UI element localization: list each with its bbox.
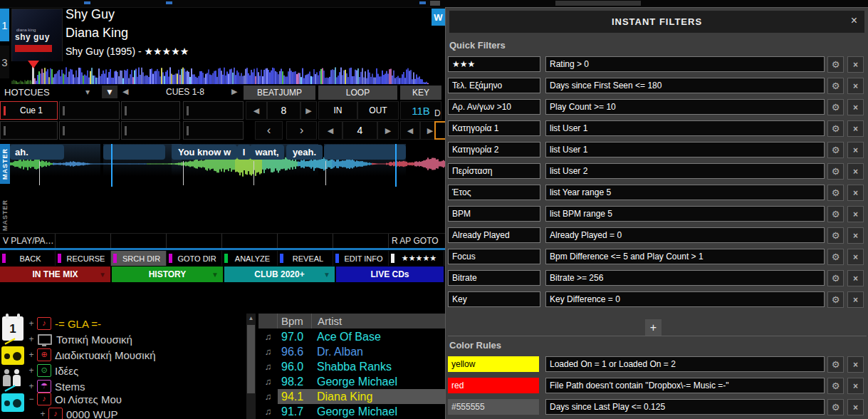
radio-cyan-icon[interactable] — [1, 393, 24, 412]
beatjump-next-button[interactable]: › — [286, 121, 317, 140]
filter-name-input[interactable]: Έτος — [448, 185, 540, 200]
expander-icon[interactable]: + — [27, 350, 36, 360]
filter-name-input[interactable]: Τελ. Εξάμηνο — [448, 78, 540, 93]
expander-icon[interactable]: + — [27, 319, 36, 329]
column-bpm[interactable]: Bpm — [278, 314, 312, 329]
browser-button-edit-info[interactable]: EDIT INFO — [333, 251, 389, 266]
beatjump-back-icon[interactable]: ◀ — [246, 101, 267, 120]
hotcue-1-button[interactable]: Cue 1 — [0, 101, 58, 120]
key-down-icon[interactable]: ◀ — [400, 121, 420, 140]
column-icon[interactable] — [258, 314, 278, 329]
calendar-icon[interactable]: 1 — [2, 316, 23, 341]
filter-rule-input[interactable]: Bpm Difference <= 5 and Play Count > 1 — [545, 249, 825, 264]
filter-gear-button[interactable]: ⚙ — [827, 99, 844, 115]
deck-number-idle[interactable]: 3 — [0, 46, 9, 78]
track-row-2[interactable]: ♫96.0Shabba Ranks — [258, 359, 445, 374]
color-rule-remove-button[interactable]: × — [847, 356, 864, 373]
hotcue-2-button[interactable] — [59, 101, 120, 120]
tab-dropdown-icon[interactable]: ▼ — [99, 271, 106, 279]
color-rule-gear-button[interactable]: ⚙ — [827, 356, 844, 373]
color-select[interactable]: red▾ — [448, 378, 539, 393]
hotcue-4-button[interactable] — [183, 101, 244, 120]
loop-size-value[interactable]: 4 — [343, 121, 377, 140]
filter-gear-button[interactable]: ⚙ — [827, 227, 844, 244]
browser-button-recurse[interactable]: RECURSE — [56, 251, 111, 266]
filter-remove-button[interactable]: × — [847, 185, 864, 201]
filter-rule-input[interactable]: list User 1 — [545, 120, 825, 136]
filter-name-input[interactable]: Αρ. Αν/γων >10 — [448, 99, 540, 115]
filter-gear-button[interactable]: ⚙ — [827, 185, 844, 201]
track-row-4[interactable]: ♫94.1Diana King — [258, 389, 445, 404]
cues-prev-icon[interactable]: ◀ — [122, 87, 128, 96]
filter-rule-input[interactable]: Bitrate >= 256 — [545, 270, 825, 286]
filter-remove-button[interactable]: × — [847, 56, 864, 73]
filter-gear-button[interactable]: ⚙ — [827, 56, 844, 73]
beatjump-fwd-icon[interactable]: ▶ — [300, 101, 317, 120]
filter-remove-button[interactable]: × — [847, 142, 864, 158]
folder-item-3[interactable]: +⊙Ιδέες — [27, 363, 78, 378]
radio-yellow-icon[interactable] — [1, 346, 24, 365]
filter-remove-button[interactable]: × — [847, 120, 864, 137]
key-tab[interactable]: KEY — [400, 86, 441, 100]
filter-remove-button[interactable]: × — [847, 163, 864, 180]
panel-close-icon[interactable]: × — [851, 14, 857, 27]
filter-rule-input[interactable]: Key Difference = 0 — [545, 291, 825, 307]
filter-gear-button[interactable]: ⚙ — [827, 270, 844, 286]
filter-name-input[interactable]: Περίσταση — [448, 163, 540, 179]
deck-number-active[interactable]: 1 — [0, 9, 9, 41]
master-deck-tab[interactable]: MASTER — [0, 144, 10, 184]
color-select[interactable]: yellow▾ — [448, 356, 539, 372]
filter-rule-input[interactable]: list Year range 5 — [545, 185, 825, 200]
filter-name-input[interactable]: Key — [448, 291, 540, 307]
filter-rule-input[interactable]: list User 1 — [545, 142, 825, 157]
tab-club-2020-[interactable]: CLUB 2020+▼ — [224, 267, 335, 282]
column-artist[interactable]: Artist — [312, 314, 445, 329]
loop-double-icon[interactable]: ▶ — [377, 121, 399, 140]
loop-out-button[interactable]: OUT — [357, 101, 399, 120]
expander-icon[interactable]: + — [27, 366, 36, 376]
hotcue-5-button[interactable] — [0, 121, 58, 140]
expander-icon[interactable]: + — [38, 409, 47, 419]
filter-gear-button[interactable]: ⚙ — [827, 78, 844, 94]
hotcue-8-button[interactable] — [183, 121, 244, 140]
hotcue-6-button[interactable] — [59, 121, 120, 140]
color-rule-remove-button[interactable]: × — [847, 378, 864, 394]
filter-gear-button[interactable]: ⚙ — [827, 120, 844, 137]
loop-in-button[interactable]: IN — [318, 101, 357, 120]
color-rule-gear-button[interactable]: ⚙ — [827, 378, 844, 394]
filter-gear-button[interactable]: ⚙ — [827, 142, 844, 158]
filter-gear-button[interactable]: ⚙ — [827, 206, 844, 222]
filter-name-input[interactable]: Already Played — [448, 227, 540, 243]
filter-name-input[interactable]: ★★★ — [448, 56, 540, 72]
track-row-0[interactable]: ♫97.0Ace Of Base — [258, 329, 445, 344]
hotcues-label[interactable]: HOTCUES — [4, 87, 50, 98]
tab-history[interactable]: HISTORY▼ — [112, 267, 223, 282]
track-row-5[interactable]: ♫91.7George Michael — [258, 404, 445, 419]
hotcue-3-button[interactable] — [121, 101, 180, 120]
loop-tab[interactable]: LOOP — [318, 86, 397, 100]
tab-dropdown-icon[interactable]: ▼ — [211, 271, 219, 279]
filter-remove-button[interactable]: × — [847, 270, 864, 286]
folder-item-6[interactable]: +♪0000 WUP — [27, 406, 118, 419]
filter-rule-input[interactable]: Rating > 0 — [545, 56, 825, 72]
add-filter-button[interactable]: + — [645, 319, 662, 336]
filter-name-input[interactable]: Bitrate — [448, 270, 540, 286]
browser-button-analyze[interactable]: ANALYZE — [222, 251, 278, 266]
hotcues-chevron-down-icon[interactable]: ▾ — [85, 87, 90, 97]
browser-button-goto-dir[interactable]: GOTO DIR — [167, 251, 222, 266]
folder-item-2[interactable]: +⊕Διαδικτυακή Μουσική — [27, 347, 156, 363]
filter-name-input[interactable]: Κατηγορία 2 — [448, 142, 540, 157]
filter-name-input[interactable]: BPM — [448, 206, 540, 222]
color-select[interactable]: #555555▾ — [448, 399, 539, 415]
hotcues-dropdown-button[interactable]: ▼ — [102, 86, 117, 98]
beatjump-tab[interactable]: BEATJUMP — [244, 86, 315, 100]
track-row-1[interactable]: ♫96.6Dr. Alban — [258, 344, 445, 359]
folder-item-5[interactable]: −♪Οι Λίστες Μου — [27, 391, 122, 407]
beatjump-size-value[interactable]: 8 — [267, 101, 300, 120]
filter-remove-button[interactable]: × — [847, 291, 864, 308]
browser-button--[interactable]: ★★★★★ — [389, 251, 444, 266]
filter-remove-button[interactable]: × — [847, 227, 864, 244]
filter-gear-button[interactable]: ⚙ — [827, 249, 844, 265]
expander-icon[interactable]: + — [27, 381, 36, 391]
filter-gear-button[interactable]: ⚙ — [827, 163, 844, 180]
